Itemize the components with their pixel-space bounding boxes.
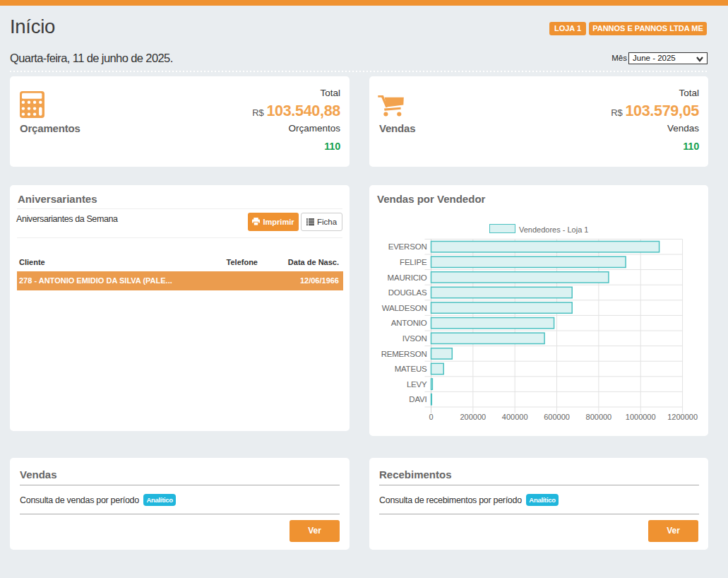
- svg-text:MAURICIO: MAURICIO: [388, 273, 427, 282]
- svg-text:IVSON: IVSON: [402, 334, 427, 343]
- svg-text:0: 0: [429, 413, 433, 421]
- svg-text:1000000: 1000000: [626, 413, 656, 421]
- svg-text:MATEUS: MATEUS: [395, 365, 427, 373]
- svg-text:WALDESON: WALDESON: [382, 304, 427, 312]
- svg-text:400000: 400000: [502, 413, 528, 421]
- svg-text:Vendedores - Loja 1: Vendedores - Loja 1: [519, 225, 588, 234]
- svg-text:LEVY: LEVY: [407, 380, 427, 389]
- svg-text:600000: 600000: [544, 413, 570, 421]
- svg-text:800000: 800000: [586, 413, 612, 421]
- svg-text:DOUGLAS: DOUGLAS: [388, 288, 427, 297]
- svg-text:EVERSON: EVERSON: [388, 242, 427, 251]
- svg-text:1200000: 1200000: [667, 413, 698, 421]
- svg-text:FELIPE: FELIPE: [400, 258, 427, 266]
- svg-text:ANTONIO: ANTONIO: [391, 319, 427, 327]
- svg-text:REMERSON: REMERSON: [381, 350, 427, 358]
- svg-text:DAVI: DAVI: [409, 395, 426, 403]
- svg-text:200000: 200000: [460, 413, 486, 421]
